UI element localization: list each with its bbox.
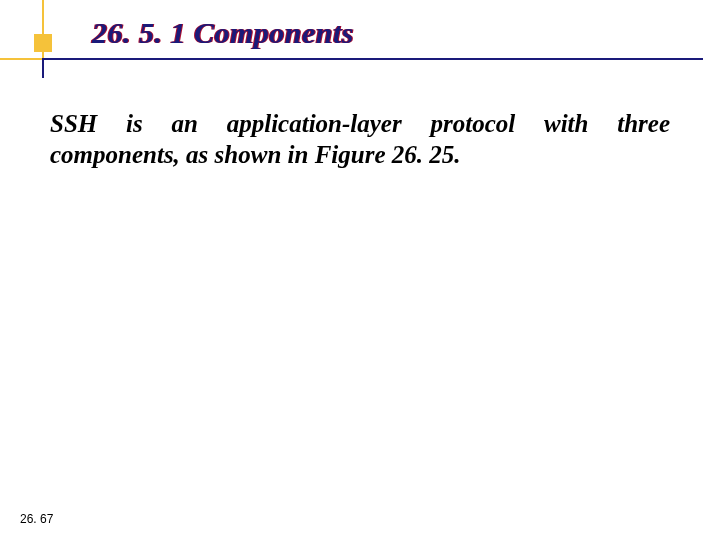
vertical-accent-top — [42, 0, 44, 58]
vertical-accent-bottom — [42, 58, 44, 78]
divider-long — [43, 58, 703, 60]
slide-title: 26. 5. 1 Components — [92, 16, 354, 50]
body-paragraph: SSH is an application-layer protocol wit… — [50, 108, 670, 171]
page-number: 26. 67 — [20, 512, 53, 526]
slide-header: 26. 5. 1 Components — [0, 0, 720, 58]
divider-short — [0, 58, 43, 60]
